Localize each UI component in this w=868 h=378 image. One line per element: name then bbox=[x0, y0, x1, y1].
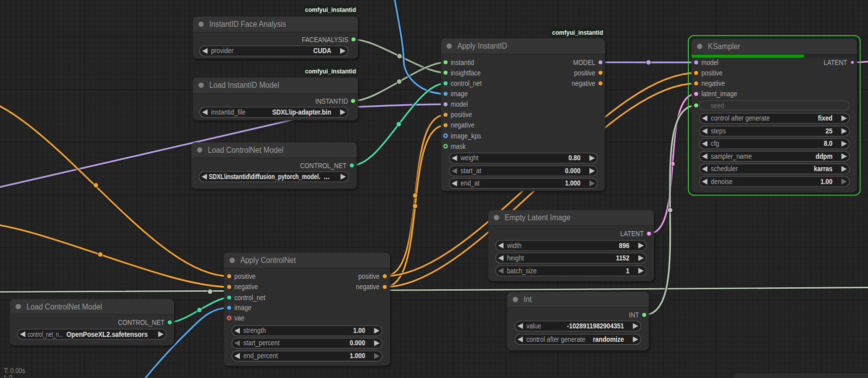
svg-text:height: height bbox=[507, 254, 524, 262]
svg-text:negative: negative bbox=[572, 79, 595, 87]
svg-text:1.00: 1.00 bbox=[820, 178, 832, 186]
svg-text:mask: mask bbox=[451, 142, 466, 150]
svg-text:I: 0: I: 0 bbox=[4, 374, 12, 378]
svg-text:1: 1 bbox=[626, 267, 630, 275]
svg-text:KSampler: KSampler bbox=[708, 42, 740, 51]
svg-text:OpenPoseXL2.safetensors: OpenPoseXL2.safetensors bbox=[67, 330, 148, 338]
svg-text:batch_size: batch_size bbox=[507, 267, 537, 275]
svg-text:denoise: denoise bbox=[711, 178, 733, 186]
svg-text:1.000: 1.000 bbox=[565, 179, 580, 187]
svg-text:0.000: 0.000 bbox=[350, 339, 365, 347]
svg-text:LATENT: LATENT bbox=[824, 59, 848, 66]
svg-text:seed: seed bbox=[711, 102, 724, 110]
svg-text:control_net: control_net bbox=[234, 294, 265, 302]
svg-text:positive: positive bbox=[359, 272, 380, 280]
svg-text:negative: negative bbox=[451, 121, 475, 129]
svg-text:1152: 1152 bbox=[616, 254, 629, 262]
svg-text:latent_image: latent_image bbox=[701, 90, 737, 98]
svg-text:instantid: instantid bbox=[451, 59, 474, 66]
svg-text:8.0: 8.0 bbox=[824, 139, 833, 147]
svg-text:1.00: 1.00 bbox=[353, 326, 365, 334]
svg-text:CONTROL_NET: CONTROL_NET bbox=[118, 318, 165, 326]
svg-text:positive: positive bbox=[234, 272, 256, 280]
svg-text:image: image bbox=[234, 304, 251, 312]
svg-text:end_percent: end_percent bbox=[243, 352, 278, 360]
svg-text:CUDA: CUDA bbox=[313, 47, 331, 55]
svg-text:CONTROL_NET: CONTROL_NET bbox=[300, 162, 347, 170]
svg-text:Empty Latent Image: Empty Latent Image bbox=[505, 213, 570, 222]
svg-text:INSTANTID: INSTANTID bbox=[315, 97, 348, 105]
svg-text:25: 25 bbox=[826, 127, 833, 135]
svg-text:vae: vae bbox=[234, 314, 244, 322]
svg-text:control_net: control_net bbox=[451, 79, 482, 87]
svg-text:...: ... bbox=[324, 173, 330, 181]
svg-text:control_net_n...: control_net_n... bbox=[28, 330, 63, 338]
svg-text:value: value bbox=[526, 322, 541, 330]
svg-text:0.000: 0.000 bbox=[565, 167, 580, 175]
svg-text:negative: negative bbox=[701, 79, 725, 87]
svg-text:model: model bbox=[701, 59, 718, 66]
svg-text:control after generate: control after generate bbox=[711, 114, 770, 122]
svg-text:Apply InstantID: Apply InstantID bbox=[457, 41, 507, 51]
svg-text:start_percent: start_percent bbox=[243, 339, 280, 347]
svg-text:width: width bbox=[506, 242, 521, 250]
svg-text:scheduler: scheduler bbox=[711, 165, 738, 173]
svg-text:insightface: insightface bbox=[451, 69, 481, 77]
svg-text:comfyui_instantid: comfyui_instantid bbox=[305, 67, 356, 75]
svg-text:positive: positive bbox=[701, 69, 723, 77]
svg-text:MODEL: MODEL bbox=[573, 59, 595, 66]
svg-text:steps: steps bbox=[711, 127, 726, 135]
svg-text:karras: karras bbox=[814, 165, 833, 173]
svg-text:Load InstantID Model: Load InstantID Model bbox=[210, 80, 280, 90]
svg-text:cfg: cfg bbox=[711, 139, 720, 147]
svg-text:T: 0.00s: T: 0.00s bbox=[4, 367, 25, 375]
svg-text:SDXL\ip-adapter.bin: SDXL\ip-adapter.bin bbox=[272, 108, 331, 116]
svg-text:comfyui_instantid: comfyui_instantid bbox=[552, 29, 603, 36]
svg-text:fixed: fixed bbox=[818, 114, 832, 122]
svg-text:Load ControlNet Model: Load ControlNet Model bbox=[208, 145, 284, 155]
svg-text:Load ControlNet Model: Load ControlNet Model bbox=[26, 302, 102, 312]
svg-text:Apply ControlNet: Apply ControlNet bbox=[240, 255, 296, 265]
svg-text:weight: weight bbox=[460, 154, 479, 162]
svg-text:0.80: 0.80 bbox=[569, 154, 580, 162]
svg-text:randomize: randomize bbox=[593, 335, 624, 343]
svg-text:INT: INT bbox=[629, 311, 640, 319]
svg-text:sampler_name: sampler_name bbox=[711, 152, 752, 160]
svg-text:FACEANALYSIS: FACEANALYSIS bbox=[302, 36, 349, 44]
svg-text:image: image bbox=[451, 90, 468, 98]
svg-text:Int: Int bbox=[523, 295, 532, 304]
svg-text:negative: negative bbox=[234, 283, 258, 291]
svg-text:control after generate: control after generate bbox=[526, 335, 585, 343]
svg-text:LATENT: LATENT bbox=[620, 230, 644, 238]
svg-text:instantid_file: instantid_file bbox=[211, 108, 246, 116]
svg-text:positive: positive bbox=[574, 69, 595, 77]
svg-text:provider: provider bbox=[211, 47, 233, 55]
svg-text:SDXL\instantid\diffusion_pytor: SDXL\instantid\diffusion_pytorch_model. bbox=[209, 173, 321, 181]
svg-text:image_kps: image_kps bbox=[451, 132, 481, 140]
svg-text:comfyui_instantid: comfyui_instantid bbox=[305, 6, 356, 13]
svg-text:1.000: 1.000 bbox=[350, 352, 365, 360]
svg-text:896: 896 bbox=[619, 242, 630, 250]
svg-text:-1028911982904351: -1028911982904351 bbox=[567, 322, 624, 330]
svg-text:end_at: end_at bbox=[461, 179, 480, 187]
svg-text:ddpm: ddpm bbox=[816, 152, 833, 160]
svg-text:model: model bbox=[451, 100, 468, 108]
svg-text:start_at: start_at bbox=[461, 167, 482, 175]
svg-text:negative: negative bbox=[356, 283, 380, 291]
svg-text:InstantID Face Analysis: InstantID Face Analysis bbox=[210, 19, 287, 29]
svg-text:strength: strength bbox=[243, 326, 266, 334]
svg-text:positive: positive bbox=[451, 111, 472, 119]
